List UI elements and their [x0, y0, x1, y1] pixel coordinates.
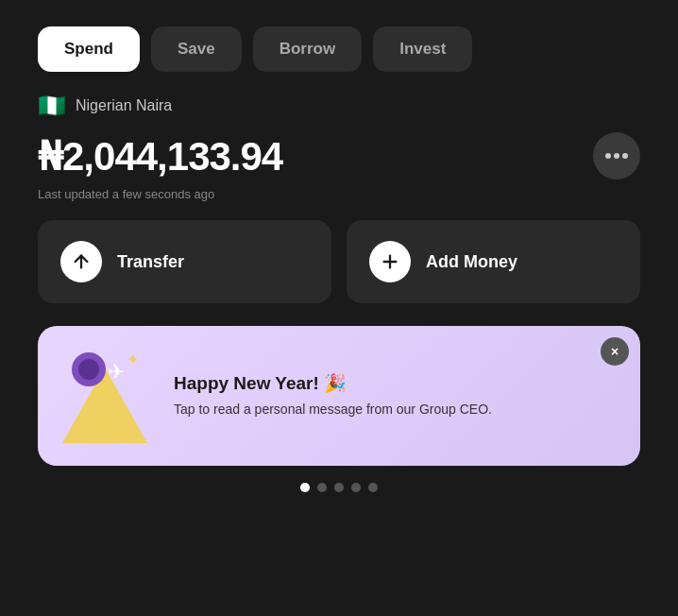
more-dot-1: [605, 153, 611, 159]
more-dot-3: [622, 153, 628, 159]
banner-illustration: ✈ ✦: [53, 349, 166, 443]
transfer-icon: [60, 241, 102, 282]
more-dot-2: [614, 153, 619, 159]
banner-text-content: Happy New Year! 🎉 Tap to read a personal…: [174, 372, 618, 419]
carousel-dot-1[interactable]: [300, 483, 310, 492]
more-options-button[interactable]: [593, 132, 640, 180]
add-money-button[interactable]: Add Money: [347, 220, 640, 303]
currency-name: Nigerian Naira: [76, 97, 172, 114]
banner-title: Happy New Year! 🎉: [174, 372, 618, 394]
balance-amount: ₦2,044,133.94: [38, 133, 282, 180]
banner-subtitle: Tap to read a personal message from our …: [174, 400, 618, 419]
add-money-icon: [369, 241, 411, 282]
add-money-label: Add Money: [426, 252, 517, 272]
tab-invest[interactable]: Invest: [373, 26, 472, 72]
carousel-dots: [0, 466, 678, 515]
tab-borrow[interactable]: Borrow: [253, 26, 363, 72]
tab-spend[interactable]: Spend: [38, 26, 140, 72]
balance-row: ₦2,044,133.94: [0, 123, 678, 183]
action-buttons-container: Transfer Add Money: [0, 220, 678, 326]
transfer-label: Transfer: [117, 252, 184, 272]
last-updated-text: Last updated a few seconds ago: [0, 183, 678, 220]
transfer-button[interactable]: Transfer: [38, 220, 331, 303]
tab-save[interactable]: Save: [151, 26, 242, 72]
promotional-banner[interactable]: ✈ ✦ Happy New Year! 🎉 Tap to read a pers…: [38, 326, 640, 466]
carousel-dot-4[interactable]: [351, 483, 361, 492]
top-navigation: Spend Save Borrow Invest: [0, 0, 678, 87]
carousel-dot-2[interactable]: [317, 483, 327, 492]
banner-close-button[interactable]: ×: [601, 337, 629, 366]
currency-row: 🇳🇬 Nigerian Naira: [0, 87, 678, 123]
nigeria-flag-icon: 🇳🇬: [38, 94, 66, 117]
carousel-dot-3[interactable]: [334, 483, 344, 492]
carousel-dot-5[interactable]: [368, 483, 378, 492]
